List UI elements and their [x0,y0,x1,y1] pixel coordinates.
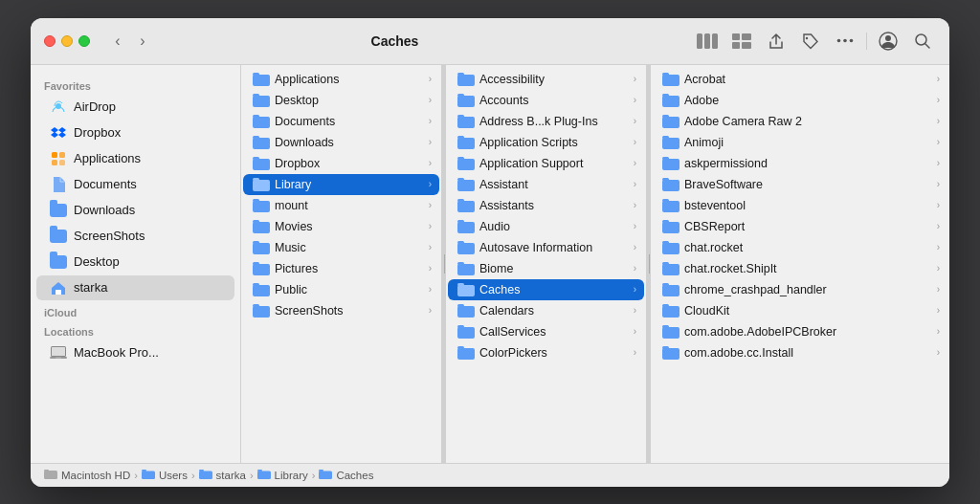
breadcrumb-label: Users [159,470,188,481]
tag-button[interactable] [797,28,824,55]
svg-rect-108 [199,470,204,471]
breadcrumb-item[interactable]: starka [199,469,246,482]
file-name: Pictures [275,262,424,275]
list-item[interactable]: Library› [243,174,439,195]
list-item[interactable]: mount› [243,195,439,216]
titlebar: ‹ › Caches [31,18,949,65]
sidebar-item-downloads[interactable]: Downloads [36,198,234,223]
svg-point-7 [806,36,808,38]
list-item[interactable]: chat.rocket.ShipIt› [653,258,947,279]
list-item[interactable]: Address B...k Plug-Ins› [448,111,644,132]
list-item[interactable]: Desktop› [243,90,439,111]
folder-icon [253,135,270,150]
list-item[interactable]: Documents› [243,111,439,132]
svg-rect-66 [457,264,475,275]
search-button[interactable] [909,28,936,55]
list-item[interactable]: Music› [243,237,439,258]
list-item[interactable]: com.adobe.cc.Install› [653,342,947,363]
list-item[interactable]: Acrobat› [653,69,947,90]
more-button[interactable] [832,28,858,55]
profile-button[interactable] [875,28,902,55]
grid-view-button[interactable] [728,28,755,55]
list-item[interactable]: Adobe› [653,90,947,111]
file-name: Movies [275,220,424,233]
list-item[interactable]: CBSReport› [653,216,947,237]
folder-icon [253,198,270,213]
svg-rect-72 [457,327,475,339]
svg-rect-70 [457,306,475,318]
svg-rect-0 [697,33,702,49]
list-item[interactable]: Biome› [448,258,644,279]
svg-rect-105 [142,471,155,479]
folder-icon [457,156,475,171]
list-item[interactable]: Assistant› [448,174,644,195]
list-item[interactable]: ColorPickers› [448,342,644,363]
close-button[interactable] [44,35,56,47]
list-item[interactable]: Audio› [448,216,644,237]
list-item[interactable]: Downloads› [243,132,439,153]
breadcrumb-item[interactable]: Users [142,469,188,482]
list-item[interactable]: askpermissiond› [653,153,947,174]
list-item[interactable]: Movies› [243,216,439,237]
list-item[interactable]: Accounts› [448,90,644,111]
chevron-right-icon: › [937,326,940,337]
list-item[interactable]: Assistants› [448,195,644,216]
sidebar-dropbox-label: Dropbox [74,125,121,140]
list-item[interactable]: com.adobe.AdobeIPCBroker› [653,321,947,342]
svg-rect-46 [253,306,270,318]
folder-icon [662,303,679,318]
list-item[interactable]: BraveSoftware› [653,174,947,195]
file-name: ScreenShots [275,304,424,318]
sidebar-item-macbook[interactable]: MacBook Pro... [36,340,234,365]
sidebar-item-desktop[interactable]: Desktop [36,250,234,274]
list-item[interactable]: Application Scripts› [448,132,644,153]
sidebar-item-applications[interactable]: Applications [36,146,234,171]
file-name: Assistant [479,178,629,191]
breadcrumb-icon [44,469,57,482]
breadcrumb-item[interactable]: Library [257,469,308,482]
folder-icon [662,324,679,340]
svg-point-12 [885,35,891,41]
list-item[interactable]: Public› [243,279,439,300]
home-icon [50,279,67,296]
list-item[interactable]: bsteventool› [653,195,947,216]
list-item[interactable]: Accessibility› [448,69,644,90]
list-item[interactable]: chrome_crashpad_handler› [653,279,947,300]
chevron-right-icon: › [937,242,940,252]
breadcrumb-item[interactable]: Macintosh HD [44,469,130,482]
share-button[interactable] [763,28,790,55]
list-item[interactable]: chat.rocket› [653,237,947,258]
sidebar-item-documents[interactable]: Documents [36,172,234,197]
list-item[interactable]: Animoji› [653,132,947,153]
list-item[interactable]: CallServices› [448,321,644,342]
list-item[interactable]: Autosave Information› [448,237,644,258]
list-item[interactable]: ScreenShots› [243,300,439,321]
sidebar-item-starka[interactable]: starka [36,275,234,300]
minimize-button[interactable] [61,35,73,47]
svg-rect-102 [662,348,679,360]
svg-rect-94 [662,264,679,275]
list-item[interactable]: Pictures› [243,258,439,279]
svg-rect-112 [319,470,323,471]
sidebar-item-dropbox[interactable]: Dropbox [36,121,234,145]
list-item[interactable]: Caches› [448,279,644,300]
sidebar-item-screenshots[interactable]: ScreenShots [36,224,234,249]
sidebar-item-airdrop[interactable]: AirDrop [36,95,234,120]
svg-point-9 [843,39,847,43]
view-toggle-button[interactable] [694,28,721,55]
list-item[interactable]: CloudKit› [653,300,947,321]
folder-icon [457,282,475,297]
folder-icon [253,156,270,171]
chevron-right-icon: › [634,200,636,210]
sidebar-desktop-label: Desktop [74,254,120,269]
maximize-button[interactable] [78,35,90,47]
svg-rect-48 [457,75,475,86]
chevron-right-icon: › [937,74,940,84]
list-item[interactable]: Dropbox› [243,153,439,174]
svg-rect-28 [253,117,270,128]
list-item[interactable]: Application Support› [448,153,644,174]
list-item[interactable]: Calendars› [448,300,644,321]
list-item[interactable]: Adobe Camera Raw 2› [653,111,947,132]
breadcrumb-item[interactable]: Caches [319,469,373,482]
list-item[interactable]: Applications› [243,69,439,90]
